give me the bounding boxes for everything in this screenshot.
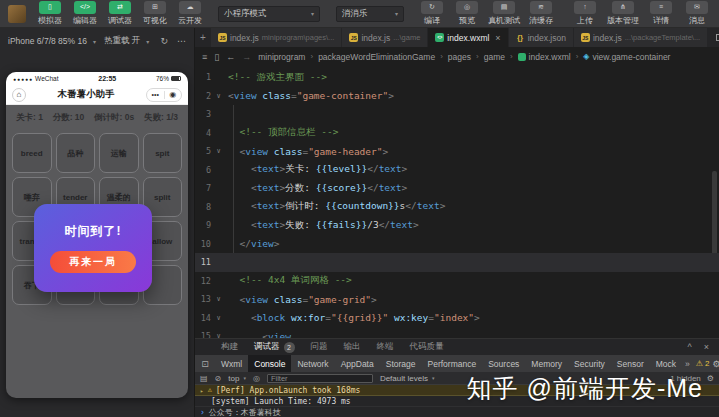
fold-icon[interactable]: ∨	[211, 295, 226, 303]
devtools-tab-storage[interactable]: Storage	[380, 355, 422, 372]
tab-path-hint: miniprogram\pages\...	[262, 33, 335, 42]
toolbar-cloud-dev-button[interactable]: ☁云开发	[176, 1, 204, 26]
collapse-panel-icon[interactable]: ^	[688, 342, 692, 352]
expand-icon[interactable]: ▸	[200, 387, 204, 394]
home-button[interactable]: ⌂	[12, 88, 26, 102]
watermark: 知乎 @前端开发-Me	[467, 372, 703, 405]
overflow-tabs-icon[interactable]: »	[682, 355, 693, 372]
forward-arrow-icon[interactable]: →	[242, 52, 251, 62]
code-text: <text>分数: {{score}}</text>	[226, 182, 407, 195]
word-tile[interactable]: 运输	[99, 133, 139, 173]
toolbar-device-test-button[interactable]: ▤真机测试	[488, 1, 520, 26]
code-editor[interactable]: 1<!-- 游戏主界面 -->2∨<view class="game-conta…	[195, 66, 719, 338]
clear-console-icon[interactable]: ⊘	[215, 374, 222, 383]
breadcrumb-item[interactable]: ◈view.game-container	[583, 52, 670, 62]
panel-tab-terminal[interactable]: 终端	[377, 341, 394, 353]
panel-tab-build[interactable]: 构建	[221, 341, 238, 353]
tab-index-js-2[interactable]: JSindex.js...\game	[342, 28, 428, 47]
warnings-indicator[interactable]: ⚠ 2	[693, 355, 713, 372]
toolbar-details-button[interactable]: ≡详情	[647, 1, 675, 26]
breadcrumb-item[interactable]: packageWordEliminationGame	[318, 52, 435, 62]
chevron-down-icon: ▾	[243, 375, 246, 381]
panel-tab-code-quality[interactable]: 代码质量	[410, 341, 444, 353]
breadcrumb-item[interactable]: index.wxml	[518, 52, 571, 62]
breadcrumb-item[interactable]: game	[484, 52, 505, 62]
code-token: class	[268, 294, 302, 305]
console-sidebar-icon[interactable]: ▤	[200, 374, 208, 383]
bookmark-icon[interactable]: ▯	[214, 52, 219, 62]
breadcrumb-item[interactable]: miniprogram	[258, 52, 305, 62]
tab-path-hint: ...\packageTemplate\...	[625, 33, 700, 42]
code-token: </	[367, 163, 378, 174]
devtools-tab-appdata[interactable]: AppData	[335, 355, 380, 372]
back-arrow-icon[interactable]: ←	[226, 52, 235, 62]
tab-index-wxml[interactable]: <>index.wxml×	[428, 28, 508, 47]
devtools-tab-sources[interactable]: Sources	[482, 355, 525, 372]
fold-icon[interactable]: ∨	[211, 92, 226, 100]
word-tile[interactable]: 品种	[56, 133, 96, 173]
toolbar-debugger-button[interactable]: ⇄调试器	[106, 1, 134, 26]
js-file-icon: JS	[349, 33, 358, 42]
toolbar-version-button[interactable]: ⋔版本管理	[607, 1, 639, 26]
panel-tab-debugger[interactable]: 调试器2	[254, 341, 295, 353]
tile-label: 温柔的	[107, 192, 131, 203]
tab-index-js-1[interactable]: JSindex.jsminiprogram\pages\...	[211, 28, 342, 47]
wxml-file-icon	[518, 53, 526, 61]
code-token: "game-grid"	[308, 294, 371, 305]
toolbar-messages-button[interactable]: ✉消息	[683, 1, 711, 26]
tab-index-json[interactable]: {}index.json	[509, 28, 574, 47]
code-token	[228, 331, 262, 338]
console-settings-icon[interactable]: ⚙	[707, 374, 714, 383]
play-again-button[interactable]: 再来一局	[50, 251, 136, 273]
context-select[interactable]: top ▾	[228, 374, 246, 383]
word-tile[interactable]: spit	[143, 133, 183, 173]
devtools-tab-security[interactable]: Security	[568, 355, 611, 372]
devtools-tab-network[interactable]: Network	[291, 355, 334, 372]
devtools-tab-sensor[interactable]: Sensor	[611, 355, 650, 372]
close-icon[interactable]: ×	[495, 33, 500, 43]
fold-icon[interactable]: ∨	[211, 332, 226, 338]
toolbar-preview-button[interactable]: ◎预览	[453, 1, 481, 26]
code-text: <!-- 4x4 单词网格 -->	[226, 274, 352, 287]
project-select[interactable]: 消消乐 ▾	[336, 6, 404, 22]
refresh-icon[interactable]: ↻	[160, 36, 168, 46]
close-panel-icon[interactable]: ×	[704, 342, 709, 352]
devtools-tab-mock[interactable]: Mock	[650, 355, 682, 372]
devtools-tab-wxml[interactable]: Wxml	[215, 355, 248, 372]
log-levels-select[interactable]: Default levels ▾	[380, 374, 435, 383]
json-file-icon: {}	[516, 33, 525, 42]
toolbar-compile-button[interactable]: ↻编译	[418, 1, 446, 26]
mode-select[interactable]: 小程序模式 ▾	[218, 6, 320, 22]
capsule-more-icon[interactable]: •••	[147, 89, 164, 101]
code-token: >	[440, 200, 446, 211]
chevron-down-icon: ▾	[432, 375, 435, 381]
toolbar-upload-button[interactable]: ↑上传	[571, 1, 599, 26]
toolbar-simulator-button[interactable]: ▯模拟器	[36, 1, 64, 26]
preview-icon: ◎	[456, 1, 478, 14]
fold-icon[interactable]: ∨	[211, 314, 226, 322]
code-token: >	[371, 294, 377, 305]
word-tile[interactable]: breed	[12, 133, 52, 173]
capsule-close-icon[interactable]: ◉	[165, 88, 182, 101]
devtools-tab-performance[interactable]: Performance	[422, 355, 483, 372]
inspect-element-icon[interactable]: ⊡	[195, 355, 215, 372]
panel-tab-output[interactable]: 输出	[344, 341, 361, 353]
eye-icon[interactable]: ◎	[253, 374, 260, 383]
breadcrumb-item[interactable]: pages	[448, 52, 471, 62]
tab-index-js-3[interactable]: JSindex.js...\packageTemplate\...	[574, 28, 708, 47]
new-tab-icon[interactable]: +	[195, 28, 211, 47]
toolbar-editor-button[interactable]: </>编辑器	[71, 1, 99, 26]
menu-icon[interactable]: ≡	[202, 52, 207, 62]
filter-input[interactable]	[267, 374, 373, 383]
more-icon[interactable]: ⋯	[177, 36, 186, 46]
code-token: block	[257, 312, 286, 323]
devtools-tab-console[interactable]: Console	[248, 355, 291, 372]
gear-icon[interactable]: ⚙	[712, 359, 719, 369]
panel-tab-issues[interactable]: 问题	[311, 341, 328, 353]
toolbar-clear-cache-button[interactable]: ≋清缓存	[527, 1, 555, 26]
hot-reload-toggle[interactable]: 热重载 开	[104, 35, 140, 47]
toolbar-visualization-button[interactable]: ⊞可视化	[141, 1, 169, 26]
device-select[interactable]: iPhone 6/7/8 85% 16	[8, 36, 87, 46]
devtools-tab-memory[interactable]: Memory	[525, 355, 568, 372]
fold-icon[interactable]: ∨	[211, 147, 226, 155]
